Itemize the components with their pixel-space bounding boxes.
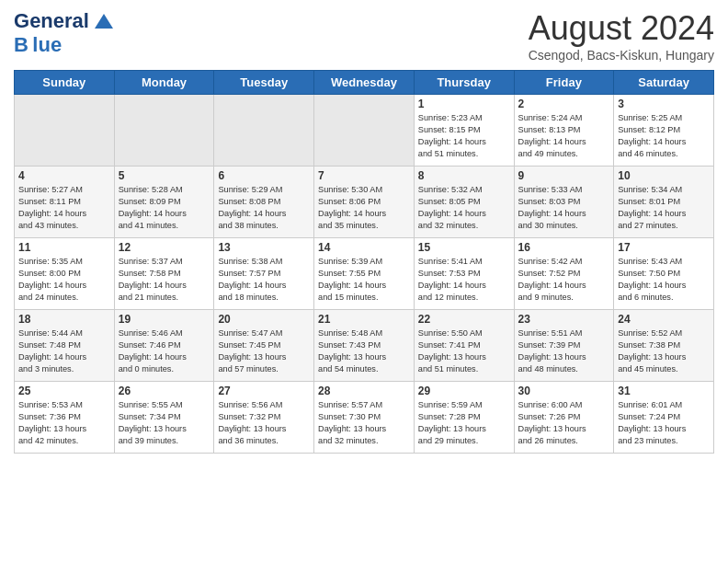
calendar-cell: 5Sunrise: 5:28 AM Sunset: 8:09 PM Daylig… (114, 167, 214, 238)
day-number: 18 (18, 313, 110, 326)
calendar-cell (214, 95, 314, 167)
day-number: 24 (618, 313, 710, 326)
day-info: Sunrise: 5:32 AM Sunset: 8:05 PM Dayligh… (418, 184, 510, 232)
day-info: Sunrise: 5:51 AM Sunset: 7:39 PM Dayligh… (518, 327, 610, 375)
day-info: Sunrise: 5:56 AM Sunset: 7:32 PM Dayligh… (218, 399, 310, 447)
day-info: Sunrise: 5:52 AM Sunset: 7:38 PM Dayligh… (618, 327, 710, 375)
calendar-cell (114, 95, 214, 167)
day-info: Sunrise: 5:39 AM Sunset: 7:55 PM Dayligh… (318, 256, 410, 304)
calendar-cell: 17Sunrise: 5:43 AM Sunset: 7:50 PM Dayli… (614, 238, 714, 310)
calendar-cell: 9Sunrise: 5:33 AM Sunset: 8:03 PM Daylig… (514, 167, 614, 238)
calendar-cell: 29Sunrise: 5:59 AM Sunset: 7:28 PM Dayli… (414, 382, 514, 454)
col-header-friday: Friday (514, 71, 614, 95)
day-number: 21 (318, 313, 410, 326)
calendar-cell: 4Sunrise: 5:27 AM Sunset: 8:11 PM Daylig… (15, 167, 115, 238)
day-info: Sunrise: 5:25 AM Sunset: 8:12 PM Dayligh… (618, 112, 710, 160)
svg-marker-0 (95, 14, 113, 29)
calendar-cell: 18Sunrise: 5:44 AM Sunset: 7:48 PM Dayli… (15, 310, 115, 382)
day-info: Sunrise: 5:23 AM Sunset: 8:15 PM Dayligh… (418, 112, 510, 160)
calendar-cell: 6Sunrise: 5:29 AM Sunset: 8:08 PM Daylig… (214, 167, 314, 238)
day-info: Sunrise: 5:42 AM Sunset: 7:52 PM Dayligh… (518, 256, 610, 304)
week-row-3: 11Sunrise: 5:35 AM Sunset: 8:00 PM Dayli… (15, 238, 714, 310)
day-number: 25 (18, 385, 110, 397)
calendar-cell: 14Sunrise: 5:39 AM Sunset: 7:55 PM Dayli… (314, 238, 415, 310)
col-header-saturday: Saturday (614, 71, 714, 95)
day-info: Sunrise: 5:35 AM Sunset: 8:00 PM Dayligh… (18, 256, 110, 304)
day-number: 8 (418, 169, 510, 182)
logo: G eneral B lue (14, 9, 113, 57)
day-info: Sunrise: 5:53 AM Sunset: 7:36 PM Dayligh… (18, 399, 110, 447)
week-row-5: 25Sunrise: 5:53 AM Sunset: 7:36 PM Dayli… (15, 382, 714, 454)
col-header-wednesday: Wednesday (314, 71, 415, 95)
col-header-thursday: Thursday (414, 71, 514, 95)
day-info: Sunrise: 5:55 AM Sunset: 7:34 PM Dayligh… (119, 399, 210, 447)
calendar-cell: 23Sunrise: 5:51 AM Sunset: 7:39 PM Dayli… (514, 310, 614, 382)
day-number: 17 (618, 241, 710, 254)
calendar-cell: 20Sunrise: 5:47 AM Sunset: 7:45 PM Dayli… (214, 310, 314, 382)
day-info: Sunrise: 5:47 AM Sunset: 7:45 PM Dayligh… (218, 327, 310, 375)
day-info: Sunrise: 5:41 AM Sunset: 7:53 PM Dayligh… (418, 256, 510, 304)
day-info: Sunrise: 5:28 AM Sunset: 8:09 PM Dayligh… (119, 184, 210, 232)
day-number: 3 (618, 98, 710, 110)
page-container: G eneral B lue August 2024 Csengod, Bacs… (0, 0, 728, 463)
calendar-cell: 25Sunrise: 5:53 AM Sunset: 7:36 PM Dayli… (15, 382, 115, 454)
day-info: Sunrise: 5:50 AM Sunset: 7:41 PM Dayligh… (418, 327, 510, 375)
day-number: 6 (218, 169, 310, 182)
calendar-cell: 30Sunrise: 6:00 AM Sunset: 7:26 PM Dayli… (514, 382, 614, 454)
day-number: 2 (518, 98, 610, 110)
calendar-cell: 3Sunrise: 5:25 AM Sunset: 8:12 PM Daylig… (614, 95, 714, 167)
day-number: 14 (318, 241, 410, 254)
calendar-cell: 7Sunrise: 5:30 AM Sunset: 8:06 PM Daylig… (314, 167, 415, 238)
day-info: Sunrise: 5:24 AM Sunset: 8:13 PM Dayligh… (518, 112, 610, 160)
calendar-cell: 27Sunrise: 5:56 AM Sunset: 7:32 PM Dayli… (214, 382, 314, 454)
logo-blue-b: B (14, 33, 28, 56)
calendar-cell (314, 95, 415, 167)
calendar-cell: 26Sunrise: 5:55 AM Sunset: 7:34 PM Dayli… (114, 382, 214, 454)
calendar-cell: 10Sunrise: 5:34 AM Sunset: 8:01 PM Dayli… (614, 167, 714, 238)
title-section: August 2024 Csengod, Bacs-Kiskun, Hungar… (529, 9, 714, 63)
month-title: August 2024 (529, 9, 714, 48)
day-number: 22 (418, 313, 510, 326)
day-number: 7 (318, 169, 410, 182)
day-number: 28 (318, 385, 410, 397)
calendar-cell: 22Sunrise: 5:50 AM Sunset: 7:41 PM Dayli… (414, 310, 514, 382)
calendar-cell: 11Sunrise: 5:35 AM Sunset: 8:00 PM Dayli… (15, 238, 115, 310)
day-number: 10 (618, 169, 710, 182)
day-number: 11 (18, 241, 110, 254)
col-header-monday: Monday (114, 71, 214, 95)
day-number: 31 (618, 385, 710, 397)
logo-general-rest: eneral (29, 9, 89, 33)
day-info: Sunrise: 5:37 AM Sunset: 7:58 PM Dayligh… (119, 256, 210, 304)
calendar-cell: 15Sunrise: 5:41 AM Sunset: 7:53 PM Dayli… (414, 238, 514, 310)
day-number: 26 (119, 385, 210, 397)
logo-general-g: G (14, 9, 29, 33)
day-info: Sunrise: 5:38 AM Sunset: 7:57 PM Dayligh… (218, 256, 310, 304)
calendar-cell: 28Sunrise: 5:57 AM Sunset: 7:30 PM Dayli… (314, 382, 415, 454)
day-number: 30 (518, 385, 610, 397)
day-info: Sunrise: 5:48 AM Sunset: 7:43 PM Dayligh… (318, 327, 410, 375)
logo-arrow-icon (91, 10, 113, 32)
calendar-cell: 2Sunrise: 5:24 AM Sunset: 8:13 PM Daylig… (514, 95, 614, 167)
calendar-cell: 16Sunrise: 5:42 AM Sunset: 7:52 PM Dayli… (514, 238, 614, 310)
day-info: Sunrise: 5:33 AM Sunset: 8:03 PM Dayligh… (518, 184, 610, 232)
header-row: SundayMondayTuesdayWednesdayThursdayFrid… (15, 71, 714, 95)
day-info: Sunrise: 5:27 AM Sunset: 8:11 PM Dayligh… (18, 184, 110, 232)
calendar-cell: 21Sunrise: 5:48 AM Sunset: 7:43 PM Dayli… (314, 310, 415, 382)
calendar-table: SundayMondayTuesdayWednesdayThursdayFrid… (14, 70, 714, 454)
calendar-cell: 19Sunrise: 5:46 AM Sunset: 7:46 PM Dayli… (114, 310, 214, 382)
col-header-sunday: Sunday (15, 71, 115, 95)
day-number: 19 (119, 313, 210, 326)
day-info: Sunrise: 5:30 AM Sunset: 8:06 PM Dayligh… (318, 184, 410, 232)
location: Csengod, Bacs-Kiskun, Hungary (529, 48, 714, 63)
week-row-1: 1Sunrise: 5:23 AM Sunset: 8:15 PM Daylig… (15, 95, 714, 167)
day-number: 16 (518, 241, 610, 254)
calendar-cell: 12Sunrise: 5:37 AM Sunset: 7:58 PM Dayli… (114, 238, 214, 310)
day-info: Sunrise: 5:43 AM Sunset: 7:50 PM Dayligh… (618, 256, 710, 304)
day-info: Sunrise: 5:59 AM Sunset: 7:28 PM Dayligh… (418, 399, 510, 447)
day-number: 23 (518, 313, 610, 326)
calendar-cell (15, 95, 115, 167)
day-number: 15 (418, 241, 510, 254)
calendar-cell: 31Sunrise: 6:01 AM Sunset: 7:24 PM Dayli… (614, 382, 714, 454)
week-row-2: 4Sunrise: 5:27 AM Sunset: 8:11 PM Daylig… (15, 167, 714, 238)
calendar-cell: 1Sunrise: 5:23 AM Sunset: 8:15 PM Daylig… (414, 95, 514, 167)
